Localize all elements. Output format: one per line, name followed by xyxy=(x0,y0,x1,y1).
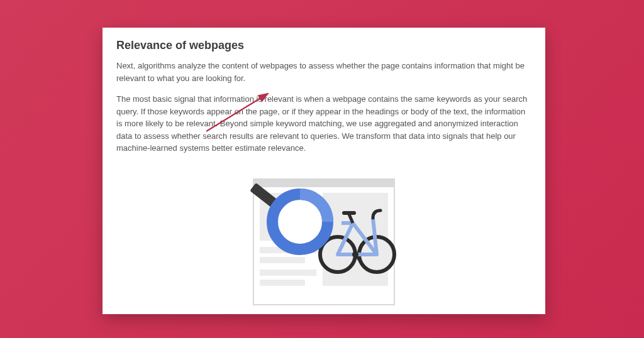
svg-rect-5 xyxy=(260,257,305,263)
detail-paragraph: The most basic signal that information i… xyxy=(116,93,531,155)
relevance-illustration xyxy=(230,173,418,314)
svg-rect-6 xyxy=(260,270,316,276)
section-heading: Relevance of webpages xyxy=(116,39,531,52)
svg-rect-1 xyxy=(253,179,394,187)
svg-rect-7 xyxy=(260,280,305,286)
content-card: Relevance of webpages Next, algorithms a… xyxy=(103,28,545,314)
intro-paragraph: Next, algorithms analyze the content of … xyxy=(116,60,531,84)
